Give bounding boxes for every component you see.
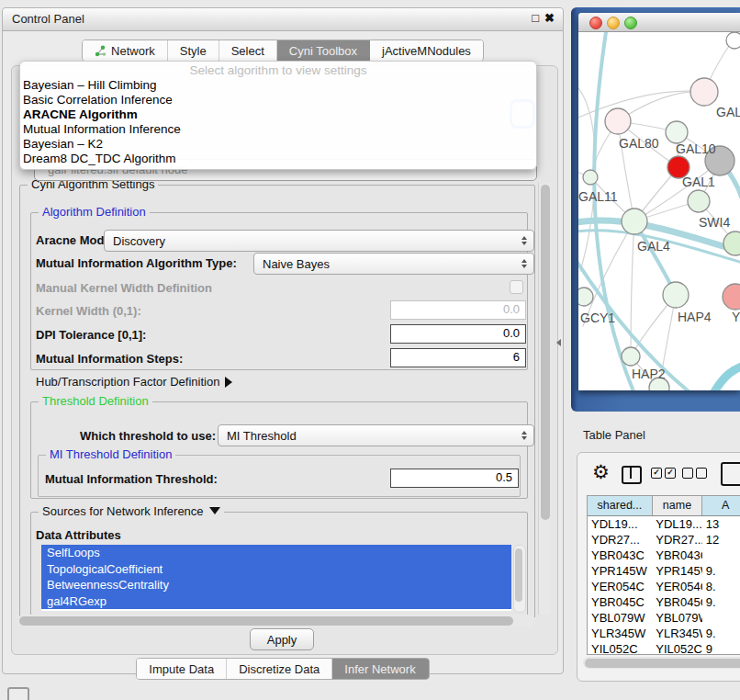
sources-title-wrap[interactable]: Sources for Network Inference bbox=[39, 504, 224, 518]
mi-threshold-field[interactable]: 0.5 bbox=[390, 469, 519, 488]
algorithm-definition-title: Algorithm Definition bbox=[39, 205, 150, 219]
table-row[interactable]: YPR145WYPR145W9. bbox=[588, 563, 740, 579]
mi-type-combo[interactable]: Naive Bayes bbox=[253, 253, 534, 275]
apply-button[interactable]: Apply bbox=[250, 628, 314, 650]
column-header-shared[interactable]: shared... bbox=[588, 496, 653, 515]
table-horizontal-scrollbar[interactable] bbox=[583, 657, 740, 669]
network-graph[interactable]: GALGAL80GAL10GAL1GAL11SWI4GAL4GCY1HAP4YH… bbox=[578, 32, 740, 390]
network-node[interactable] bbox=[666, 121, 688, 143]
minimized-panel-icon[interactable] bbox=[7, 687, 29, 700]
network-node[interactable] bbox=[723, 284, 740, 310]
dpi-tolerance-label: DPI Tolerance [0,1]: bbox=[36, 328, 146, 342]
table-row[interactable]: YBL079WYBL079W bbox=[588, 610, 740, 626]
tab-network[interactable]: Network bbox=[83, 40, 168, 61]
table-row[interactable]: YDR27...YDR27...12 bbox=[588, 532, 740, 548]
tab-infer-network[interactable]: Infer Network bbox=[332, 659, 428, 679]
attributes-scroll-thumb[interactable] bbox=[515, 548, 522, 602]
algorithm-option-bayesian-hill-climbing[interactable]: Bayesian – Hill Climbing bbox=[20, 78, 536, 93]
column-header-name[interactable]: name bbox=[653, 496, 702, 515]
columns-icon[interactable] bbox=[622, 466, 642, 484]
table-row[interactable]: YIL052CYIL052C9 bbox=[588, 641, 740, 655]
checked-boxes-icon[interactable]: ✓ ✓ bbox=[651, 468, 676, 479]
mi-type-value: Naive Bayes bbox=[263, 257, 330, 271]
network-node[interactable] bbox=[622, 209, 647, 234]
control-panel-titlebar[interactable]: Control Panel □ ✖ bbox=[3, 8, 563, 31]
tab-label: Style bbox=[180, 44, 207, 58]
attributes-scrollbar[interactable] bbox=[513, 545, 526, 613]
network-node[interactable] bbox=[583, 170, 598, 185]
gear-icon[interactable]: ⚙ bbox=[592, 461, 610, 483]
settings-vscroll-thumb[interactable] bbox=[541, 185, 550, 520]
algorithm-option-basic-correlation-inference[interactable]: Basic Correlation Inference bbox=[20, 93, 536, 107]
algorithm-option-aracne-algorithm[interactable]: ARACNE Algorithm bbox=[20, 107, 536, 122]
unchecked-boxes-icon[interactable] bbox=[682, 468, 707, 479]
node-table[interactable]: shared...nameAYDL19...YDL19...13YDR27...… bbox=[587, 495, 740, 655]
close-window-icon[interactable]: ✖ bbox=[544, 11, 555, 25]
table-row[interactable]: YBR043CYBR043C bbox=[588, 548, 740, 563]
column-header-a[interactable]: A bbox=[702, 496, 740, 515]
splitter-collapse-icon[interactable] bbox=[556, 339, 561, 346]
hub-definition-toggle[interactable]: Hub/Transcription Factor Definition bbox=[36, 375, 232, 389]
attribute-item-selfloops[interactable]: SelfLoops bbox=[41, 545, 511, 561]
kernel-width-field[interactable]: 0.0 bbox=[390, 300, 526, 320]
sources-title: Sources for Network Inference bbox=[42, 504, 204, 518]
algorithm-option-bayesian-k2[interactable]: Bayesian – K2 bbox=[20, 137, 536, 152]
network-node[interactable] bbox=[663, 282, 689, 308]
combo-stepper-icon bbox=[516, 259, 533, 268]
tab-cyni-toolbox[interactable]: Cyni Toolbox bbox=[277, 40, 370, 61]
network-canvas[interactable]: GALGAL80GAL10GAL1GAL11SWI4GAL4GCY1HAP4YH… bbox=[578, 32, 740, 390]
float-window-icon[interactable]: □ bbox=[532, 11, 539, 25]
table-row[interactable]: YLR345WYLR345W9. bbox=[588, 626, 740, 641]
attribute-item-topologicalcoefficient[interactable]: TopologicalCoefficient bbox=[41, 561, 511, 578]
dpi-tolerance-field[interactable]: 0.0 bbox=[390, 324, 526, 344]
network-edge[interactable] bbox=[712, 364, 740, 390]
network-node[interactable] bbox=[578, 288, 593, 306]
algorithm-placeholder: Select algorithm to view settings bbox=[20, 62, 536, 78]
network-node[interactable] bbox=[605, 108, 631, 134]
tab-jactivemnodules[interactable]: jActiveMNodules bbox=[370, 40, 483, 61]
minimize-traffic-button[interactable] bbox=[607, 17, 620, 29]
node-label-gal4: GAL4 bbox=[637, 239, 670, 254]
tab-discretize-data[interactable]: Discretize Data bbox=[227, 659, 332, 679]
table-hscroll-thumb[interactable] bbox=[585, 659, 740, 668]
algorithm-option-mutual-information-inference[interactable]: Mutual Information Inference bbox=[20, 122, 536, 137]
attribute-item-betweennesscentrality[interactable]: BetweennessCentrality bbox=[41, 577, 511, 593]
control-panel-window: Control Panel □ ✖ NetworkStyleSelectCyni… bbox=[2, 7, 564, 674]
algorithm-option-dream8-dc-tdc-algorithm[interactable]: Dream8 DC_TDC Algorithm bbox=[20, 152, 536, 166]
tab-impute-data[interactable]: Impute Data bbox=[137, 659, 227, 679]
combo-stepper-icon bbox=[516, 431, 533, 440]
network-node[interactable] bbox=[726, 32, 740, 49]
mi-type-label: Mutual Information Algorithm Type: bbox=[36, 256, 237, 270]
table-cell: YIL052C bbox=[652, 641, 701, 655]
network-node[interactable] bbox=[688, 190, 710, 212]
network-node[interactable] bbox=[622, 347, 640, 366]
close-traffic-button[interactable] bbox=[589, 17, 602, 29]
which-threshold-label: Which threshold to use: bbox=[80, 429, 216, 443]
which-threshold-combo[interactable]: MI Threshold bbox=[218, 424, 534, 446]
network-node[interactable] bbox=[723, 231, 740, 255]
table-row[interactable]: YDL19...YDL19...13 bbox=[588, 516, 740, 532]
tab-style[interactable]: Style bbox=[168, 40, 219, 61]
manual-kernel-label: Manual Kernel Width Definition bbox=[36, 281, 212, 295]
settings-vertical-scrollbar[interactable] bbox=[538, 183, 551, 615]
table-row[interactable]: YER054CYER054C8. bbox=[588, 579, 740, 594]
aracne-mode-combo[interactable]: Discovery bbox=[104, 230, 534, 252]
network-window-titlebar[interactable] bbox=[578, 13, 740, 32]
table-cell bbox=[702, 610, 740, 626]
tab-select[interactable]: Select bbox=[219, 40, 277, 61]
table-row[interactable]: YBR045CYBR045C9. bbox=[588, 594, 740, 610]
settings-hscroll-thumb[interactable] bbox=[19, 616, 513, 626]
table-cell: YIL052C bbox=[588, 641, 652, 655]
zoom-traffic-button[interactable] bbox=[624, 17, 637, 29]
table-cell: 9. bbox=[702, 626, 740, 641]
settings-horizontal-scrollbar[interactable] bbox=[17, 615, 535, 627]
algorithm-dropdown-list: Select algorithm to view settings Bayesi… bbox=[19, 61, 537, 170]
node-label-hap2: HAP2 bbox=[632, 367, 666, 381]
expand-right-icon bbox=[225, 377, 232, 388]
network-node[interactable] bbox=[690, 78, 718, 106]
mi-steps-field[interactable]: 6 bbox=[390, 348, 526, 367]
attribute-item-gal4rgexp[interactable]: gal4RGexp bbox=[41, 593, 511, 610]
document-icon[interactable] bbox=[721, 462, 740, 486]
manual-kernel-checkbox[interactable] bbox=[510, 280, 523, 294]
data-attributes-list[interactable]: SelfLoopsTopologicalCoefficientBetweenne… bbox=[41, 545, 511, 611]
